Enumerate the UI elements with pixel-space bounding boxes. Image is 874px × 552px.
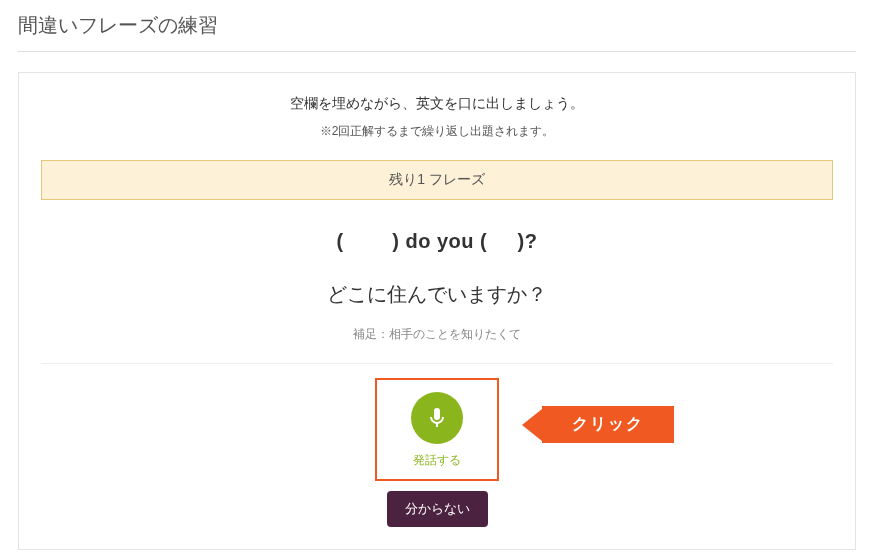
arrow-left-icon	[522, 409, 542, 441]
speak-button[interactable]: 発話する	[375, 378, 499, 481]
microphone-icon	[411, 392, 463, 444]
page-title: 間違いフレーズの練習	[18, 0, 856, 52]
callout-text: クリック	[542, 406, 674, 443]
practice-card: 空欄を埋めながら、英文を口に出しましょう。 ※2回正解するまで繰り返し出題されま…	[18, 72, 856, 550]
instruction-sub: ※2回正解するまで繰り返し出題されます。	[41, 123, 833, 140]
divider	[41, 363, 833, 364]
cloze-sentence: ( ) do you ( )?	[41, 230, 833, 253]
remaining-banner: 残り1 フレーズ	[41, 160, 833, 200]
speak-label: 発話する	[413, 452, 461, 469]
action-area: 発話する クリック 分からない	[41, 378, 833, 527]
translation-text: どこに住んでいますか？	[41, 281, 833, 308]
click-callout: クリック	[522, 406, 674, 443]
dont-know-button[interactable]: 分からない	[387, 491, 488, 527]
instruction-main: 空欄を埋めながら、英文を口に出しましょう。	[41, 95, 833, 113]
hint-text: 補足：相手のことを知りたくて	[41, 326, 833, 343]
